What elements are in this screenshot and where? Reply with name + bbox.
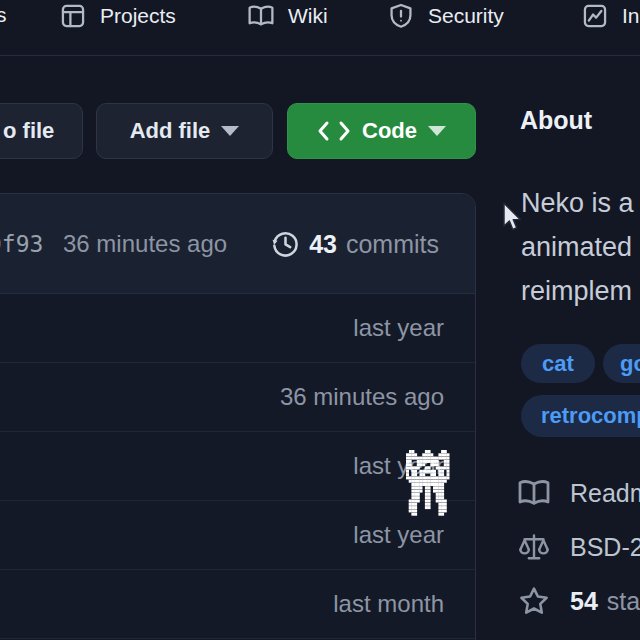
tab-security-label: Security	[428, 4, 504, 28]
neko-cat-sprite	[406, 450, 409, 453]
tab-projects[interactable]: Projects	[60, 1, 176, 31]
tab-security[interactable]: Security	[388, 1, 504, 31]
file-list-card: 9f93 36 minutes ago 43 commits last year…	[0, 193, 476, 640]
commit-history-link[interactable]: 43 commits	[271, 229, 439, 258]
file-row[interactable]: last month	[0, 570, 475, 639]
add-file-label: Add file	[130, 118, 211, 144]
readme-label: Readm	[570, 479, 640, 508]
caret-down-icon	[428, 126, 446, 136]
star-icon	[518, 585, 550, 617]
code-icon	[317, 120, 351, 142]
table-icon	[60, 3, 86, 29]
book-icon	[248, 3, 274, 29]
license-label: BSD-2	[570, 533, 640, 562]
readme-link[interactable]: Readm	[518, 477, 640, 509]
file-row-updated: last month	[333, 590, 444, 618]
add-file-button[interactable]: Add file	[96, 103, 273, 159]
description-line: animated	[521, 225, 634, 269]
file-row[interactable]: last year	[0, 294, 475, 363]
description-line: Neko is a	[521, 181, 634, 225]
repo-description: Neko is a animated reimplem	[521, 181, 634, 313]
book-icon	[518, 477, 550, 509]
commit-time: 36 minutes ago	[63, 230, 227, 258]
commit-count: 43	[309, 229, 337, 258]
mouse-cursor	[501, 202, 522, 233]
tab-wiki-label: Wiki	[288, 4, 328, 28]
tab-projects-label: Projects	[100, 4, 176, 28]
file-row[interactable]: last year	[0, 501, 475, 570]
file-row-updated: last year	[353, 314, 444, 342]
stars-label: sta	[607, 587, 640, 616]
file-row-updated: last year	[353, 452, 444, 480]
caret-down-icon	[221, 126, 239, 136]
stars-count: 54	[570, 587, 598, 616]
file-row[interactable]: last year	[0, 432, 475, 501]
license-link[interactable]: BSD-2	[518, 531, 640, 563]
stars-text: 54 sta	[570, 587, 640, 616]
tab-wiki[interactable]: Wiki	[248, 1, 328, 31]
about-heading: About	[520, 106, 592, 135]
commit-hash[interactable]: 9f93	[0, 231, 43, 257]
clock-history-icon	[271, 229, 300, 258]
stars-link[interactable]: 54 sta	[518, 585, 640, 617]
commits-label: commits	[346, 229, 439, 258]
go-to-file-button[interactable]: o file	[0, 103, 83, 159]
topic-tag-retrocomputing[interactable]: retrocomp	[521, 395, 640, 437]
code-label: Code	[362, 118, 417, 144]
latest-commit-bar: 9f93 36 minutes ago 43 commits	[0, 194, 475, 294]
graph-icon	[582, 3, 608, 29]
file-row-updated: 36 minutes ago	[280, 383, 444, 411]
tab-insights[interactable]: In	[582, 1, 640, 31]
description-line: reimplem	[521, 269, 634, 313]
tab-insights-label: In	[622, 4, 640, 28]
tab-partial[interactable]: s	[0, 3, 7, 27]
repo-tab-bar: s Projects Wiki Security	[0, 0, 640, 56]
github-repo-page: s Projects Wiki Security	[0, 0, 640, 640]
file-row[interactable]: 36 minutes ago	[0, 363, 475, 432]
shield-exclamation-icon	[388, 3, 414, 29]
code-button[interactable]: Code	[287, 103, 476, 159]
file-row-updated: last year	[353, 521, 444, 549]
go-to-file-label: o file	[3, 118, 54, 144]
topic-tag-cat[interactable]: cat	[521, 344, 595, 383]
law-scales-icon	[518, 531, 550, 563]
neko-cat-pixels	[406, 450, 409, 453]
topic-tag-go[interactable]: go	[603, 344, 640, 383]
